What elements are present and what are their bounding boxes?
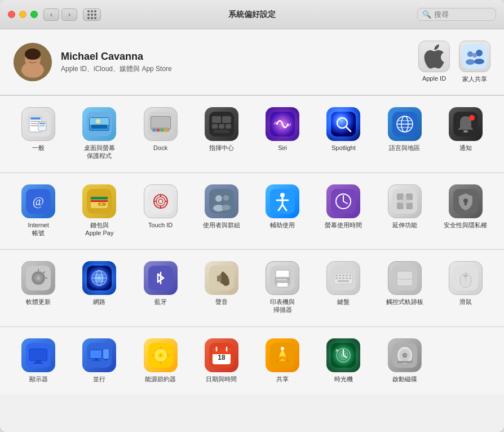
display-label: 顯示器 [29,375,48,383]
apple-id-label: Apple ID [422,75,446,82]
sound-item[interactable]: 聲音 [192,258,251,318]
svg-point-74 [215,195,222,202]
grid-view-button[interactable] [83,8,101,21]
svg-point-4 [21,62,44,78]
software-item[interactable]: 軟體更新 [9,258,68,318]
svg-text:@: @ [33,194,44,208]
internet-item[interactable]: @ Internet帳號 [9,181,68,241]
maximize-button[interactable] [30,11,38,18]
internet-icon: @ [21,184,55,218]
svg-rect-126 [342,275,344,276]
svg-rect-97 [465,202,467,205]
screentime-item[interactable]: 螢幕使用時間 [314,181,373,241]
spotlight-label: Spotlight [331,144,356,152]
search-box[interactable]: 🔍 [417,8,496,21]
trackpad-item[interactable]: 觸控式軌跡板 [375,258,434,318]
general-item[interactable]: 一般 [9,104,68,164]
printer-item[interactable]: 印表機與掃描器 [253,258,312,318]
spotlight-item[interactable]: Spotlight [314,104,373,164]
desktop-item[interactable]: 桌面與螢幕保護程式 [70,104,129,164]
sharing-label: 共享 [276,375,289,383]
minimize-button[interactable] [19,11,26,18]
svg-rect-62 [91,200,108,202]
extensions-label: 延伸功能 [392,221,417,229]
forward-button[interactable]: › [61,8,77,21]
sharing-item[interactable]: 共享 [253,335,312,386]
section-2: @ Internet帳號 [0,173,504,249]
svg-rect-89 [397,193,404,200]
svg-rect-131 [342,277,344,279]
nav-buttons: ‹ › [43,8,77,21]
bluetooth-item[interactable]: 藍牙 [131,258,190,318]
apple-id-button[interactable]: Apple ID [418,41,450,83]
close-button[interactable] [8,11,15,18]
svg-rect-35 [161,129,163,131]
search-icon: 🔍 [422,10,431,19]
sharing-icon [266,338,299,372]
keyboard-item[interactable]: 鍵盤 [314,258,373,318]
family-sharing-label: 家人共享 [462,75,487,83]
users-item[interactable]: 使用者與群組 [192,181,251,241]
mouse-item[interactable]: 滑鼠 [436,258,495,318]
language-label: 語言與地區 [389,144,420,152]
mission-label: 指揮中心 [209,144,234,152]
main-window: ‹ › 系統偏好設定 🔍 [0,0,504,432]
svg-rect-22 [39,125,45,126]
display-item[interactable]: 顯示器 [9,335,68,386]
datetime-label: 日期與時間 [206,375,237,383]
svg-point-76 [223,195,229,201]
svg-rect-125 [339,275,341,276]
svg-rect-39 [222,116,231,123]
touchid-icon [144,184,178,218]
sidecar-label: 並行 [93,375,105,383]
svg-rect-119 [277,279,288,280]
section-3: 軟體更新 [0,250,504,325]
profile-actions: Apple ID 家人共享 [418,41,490,83]
security-item[interactable]: 安全性與隱私權 [436,181,495,241]
mission-item[interactable]: 指揮中心 [192,104,251,164]
svg-point-154 [105,359,107,360]
svg-rect-183 [397,361,413,363]
wallet-item[interactable]: 錢包與Apple Pay [70,181,129,241]
svg-point-28 [96,119,100,124]
energy-item[interactable]: 能源節約器 [131,335,190,386]
language-item[interactable]: 語言與地區 [375,104,434,164]
datetime-item[interactable]: 18 日期與時間 [192,335,251,386]
dock-item[interactable]: Dock [131,104,190,164]
timemachine-item[interactable]: 時光機 [314,335,373,386]
siri-item[interactable]: Siri [253,104,312,164]
svg-point-120 [287,278,289,280]
touchid-item[interactable]: Touch ID [131,181,190,241]
svg-point-56 [469,115,475,121]
svg-point-77 [222,205,231,210]
siri-icon [266,107,299,141]
language-icon [388,107,422,141]
svg-rect-129 [335,277,338,279]
extensions-item[interactable]: 延伸功能 [375,181,434,241]
accessibility-item[interactable]: 輔助使用 [253,181,312,241]
touchid-label: Touch ID [148,221,173,229]
svg-rect-115 [217,276,219,281]
svg-rect-127 [346,275,348,276]
svg-rect-128 [349,275,351,276]
notification-item[interactable]: 通知 [436,104,495,164]
back-button[interactable]: ‹ [43,8,59,21]
network-item[interactable]: 網路 [70,258,129,318]
startup-item[interactable]: 啟動磁碟 [375,335,434,386]
svg-point-13 [474,59,484,64]
family-sharing-button[interactable]: 家人共享 [459,41,490,83]
svg-rect-90 [406,193,413,200]
svg-rect-61 [91,197,108,200]
svg-rect-26 [91,124,107,129]
svg-point-7 [25,49,41,60]
keyboard-label: 鍵盤 [337,298,350,306]
wallet-label: 錢包與Apple Pay [85,221,113,237]
svg-rect-117 [276,270,289,278]
search-input[interactable] [434,10,496,19]
svg-rect-136 [397,271,413,286]
desktop-icon [82,107,116,141]
svg-rect-91 [397,202,404,209]
icon-grid-3: 軟體更新 [9,258,495,318]
accessibility-icon [266,184,299,218]
sidecar-item[interactable]: 並行 [70,335,129,386]
